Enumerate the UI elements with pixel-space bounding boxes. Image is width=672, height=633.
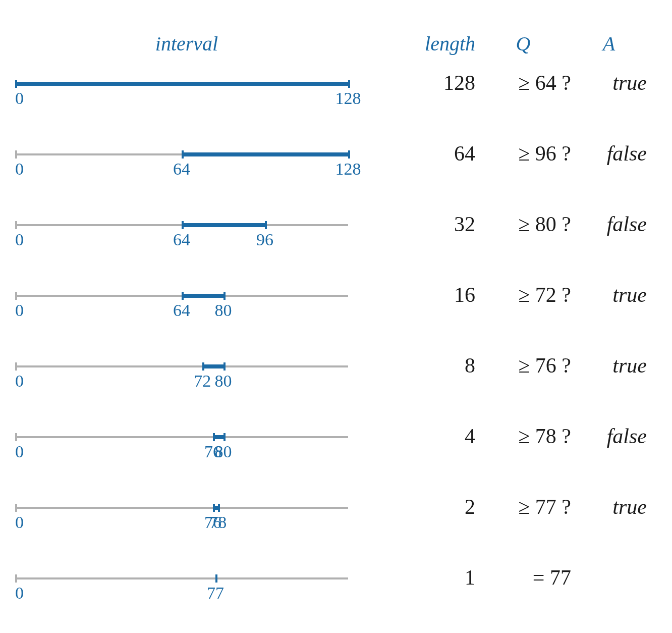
step-row: 072808≥ 76 ?true [15,338,647,409]
question-value: = 77 [475,565,571,590]
interval-segment [182,294,223,298]
tick-point [215,574,217,583]
step-row: 0649632≥ 80 ?false [15,197,647,268]
step-row: 076782≥ 77 ?true [15,480,647,550]
bar-wrap: 07678 [15,503,358,532]
text-cells: 128≥ 64 ?true [358,56,647,95]
tick-zero [15,362,17,371]
text-cells: 4≥ 78 ?false [358,409,647,448]
tick-label-point: 77 [207,584,224,603]
step-row: 0771= 77 [15,550,647,621]
bar-wrap: 0128 [15,79,358,108]
header-length: length [410,32,475,56]
length-value: 64 [410,141,475,166]
header-row: interval length Q A [15,15,647,56]
text-cells: 32≥ 80 ?false [358,197,647,236]
step-row: 0128128≥ 64 ?true [15,56,647,126]
tick-label-lo: 64 [173,230,190,249]
bar-wrap: 07680 [15,432,358,461]
tick-label-zero: 0 [15,160,24,179]
tick-label-hi: 128 [335,160,361,179]
tick-label-zero: 0 [15,442,24,461]
bar-wrap: 06480 [15,291,358,320]
interval-cell: 07280 [15,338,358,391]
tick-label-hi: 80 [215,372,232,391]
answer-value: true [571,495,647,519]
tick-label-hi: 80 [215,301,232,320]
answer-value: false [571,212,647,236]
interval-cell: 06496 [15,197,358,249]
tick-zero [15,221,17,229]
tick-label-zero: 0 [15,230,24,249]
full-line [15,507,348,509]
length-value: 128 [410,71,475,95]
text-cells: 8≥ 76 ?true [358,338,647,378]
text-cells: 1= 77 [358,550,647,590]
answer-value: true [571,283,647,307]
question-value: ≥ 76 ? [475,353,571,378]
answer-value: true [571,71,647,95]
interval-segment [202,364,223,368]
tick-zero [15,150,17,159]
answer-value: false [571,424,647,448]
tick-hi [223,433,226,441]
header-q: Q [475,32,571,56]
question-value: ≥ 72 ? [475,283,571,307]
tick-label-zero: 0 [15,372,24,391]
tick-hi [223,362,226,371]
tick-label-lo: 64 [173,160,190,179]
tick-label-zero: 0 [15,513,24,532]
tick-lo [202,362,204,371]
tick-hi [218,504,220,512]
length-value: 32 [410,212,475,236]
length-value: 8 [410,353,475,378]
length-value: 1 [410,565,475,590]
text-cells: 16≥ 72 ?true [358,268,647,307]
tick-zero [15,80,17,88]
tick-label-lo: 64 [173,301,190,320]
header-a: A [571,32,647,56]
tick-lo [182,150,184,159]
tick-hi [223,292,226,300]
step-row: 0648016≥ 72 ?true [15,268,647,338]
length-value: 16 [410,283,475,307]
interval-cell: 064128 [15,126,358,179]
interval-segment [15,82,348,86]
answer-value: false [571,141,647,166]
tick-lo [213,433,215,441]
tick-label-zero: 0 [15,89,24,108]
interval-cell: 07680 [15,409,358,461]
answer-value [571,565,647,590]
tick-zero [15,574,17,583]
length-value: 4 [410,424,475,448]
full-line [15,365,348,367]
tick-hi [265,221,267,229]
full-line [15,436,348,438]
tick-lo [182,292,184,300]
text-cells: 2≥ 77 ?true [358,480,647,519]
diagram-page: interval length Q A 0128128≥ 64 ?true064… [0,0,672,633]
interval-cell: 077 [15,550,358,603]
tick-label-hi: 80 [215,442,232,461]
tick-hi [348,80,350,88]
interval-segment [182,152,348,156]
tick-zero [15,292,17,300]
question-value: ≥ 80 ? [475,212,571,236]
interval-cell: 07678 [15,480,358,532]
answer-value: true [571,353,647,378]
step-row: 06412864≥ 96 ?false [15,126,647,197]
tick-lo [213,504,215,512]
header-interval: interval [155,32,218,55]
interval-cell: 0128 [15,56,358,108]
tick-label-zero: 0 [15,301,24,320]
tick-label-zero: 0 [15,584,24,603]
length-value: 2 [410,495,475,519]
bar-wrap: 06496 [15,220,358,249]
question-value: ≥ 78 ? [475,424,571,448]
question-value: ≥ 96 ? [475,141,571,166]
full-line [15,577,348,579]
tick-label-lo: 72 [194,372,211,391]
tick-zero [15,433,17,441]
question-value: ≥ 64 ? [475,71,571,95]
text-cells: 64≥ 96 ?false [358,126,647,166]
